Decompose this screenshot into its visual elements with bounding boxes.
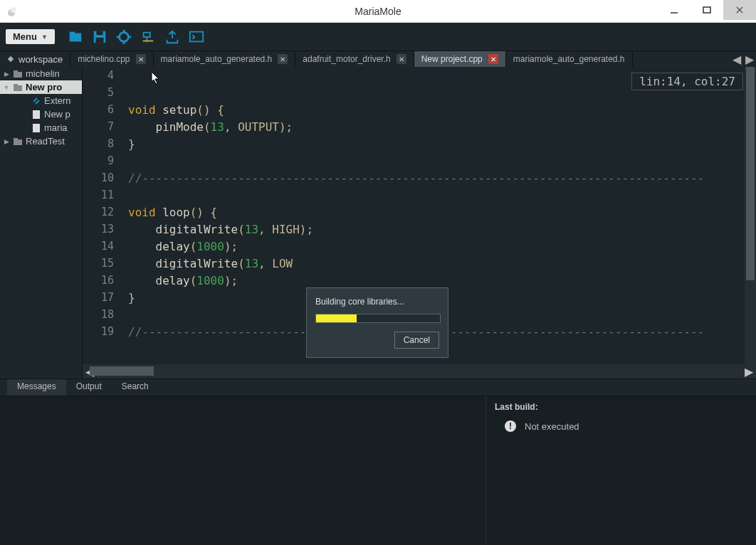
tree-item[interactable]: maria xyxy=(0,121,82,134)
chevron-right-icon: ▶ xyxy=(3,70,10,78)
menu-button[interactable]: Menu ▼ xyxy=(6,29,55,44)
svg-rect-27 xyxy=(14,138,18,140)
code-line[interactable]: digitalWrite(13, HIGH); xyxy=(128,221,756,238)
file-tab[interactable]: mariamole_auto_generated.h xyxy=(506,51,633,67)
file-tab[interactable]: michelino.cpp✕ xyxy=(70,51,153,67)
build-status-panel: Last build: ! Not executed xyxy=(485,396,756,545)
line-number: 13 xyxy=(83,221,120,238)
svg-rect-26 xyxy=(14,139,22,145)
close-tab-icon[interactable]: ✕ xyxy=(278,54,288,64)
svg-rect-22 xyxy=(14,85,22,91)
bottom-tab-search[interactable]: Search xyxy=(112,379,159,396)
tree-item-label: New pro xyxy=(26,82,62,92)
tree-item[interactable]: ▶michelin xyxy=(0,67,82,80)
file-tab-label: adafruit_motor_driver.h xyxy=(303,54,390,64)
svg-rect-9 xyxy=(96,31,103,35)
tree-item-label: maria xyxy=(44,122,68,133)
build-icon[interactable] xyxy=(140,29,156,45)
code-line[interactable]: void loop() { xyxy=(128,203,756,221)
chevron-right-icon: ▶ xyxy=(3,138,10,145)
cancel-button[interactable]: Cancel xyxy=(394,332,439,349)
file-tab-label: mariamole_auto_generated.h xyxy=(513,54,625,64)
close-button[interactable] xyxy=(723,0,756,20)
svg-rect-7 xyxy=(70,31,75,34)
code-line[interactable]: delay(1000); xyxy=(128,238,756,255)
svg-rect-20 xyxy=(14,72,22,78)
messages-panel xyxy=(0,396,485,545)
menu-label: Menu xyxy=(13,31,37,42)
code-line[interactable]: } xyxy=(128,135,756,152)
line-number: 9 xyxy=(83,152,120,169)
code-line[interactable]: void setup() { xyxy=(128,101,756,118)
dialog-message: Building core libraries... xyxy=(315,297,439,307)
folder-icon xyxy=(13,83,23,92)
vertical-scrollbar[interactable] xyxy=(745,67,756,364)
file-tab-label: mariamole_auto_generated.h xyxy=(161,54,273,64)
svg-rect-25 xyxy=(33,124,40,132)
minimize-button[interactable] xyxy=(658,0,691,20)
line-number: 11 xyxy=(83,186,120,203)
diamond-icon xyxy=(7,55,14,63)
workspace-tab[interactable]: workspace xyxy=(0,51,70,67)
tree-item-label: michelin xyxy=(26,68,60,79)
code-line[interactable]: pinMode(13, OUTPUT); xyxy=(128,118,756,135)
close-tab-icon[interactable]: ✕ xyxy=(136,54,146,64)
svg-rect-10 xyxy=(95,37,103,42)
terminal-icon[interactable] xyxy=(189,29,204,45)
line-number: 10 xyxy=(83,169,120,186)
svg-point-12 xyxy=(122,35,126,39)
maximize-button[interactable] xyxy=(691,0,723,20)
workspace-label: workspace xyxy=(19,54,63,65)
code-line[interactable]: digitalWrite(13, LOW xyxy=(128,255,756,272)
line-number: 12 xyxy=(83,203,120,221)
code-line[interactable]: delay(1000); xyxy=(128,272,756,289)
folder-icon xyxy=(13,69,23,79)
svg-rect-18 xyxy=(190,31,203,41)
line-number: 6 xyxy=(83,101,120,118)
chevron-down-icon: ▼ xyxy=(3,84,10,91)
file-tab-label: michelino.cpp xyxy=(78,54,130,64)
mouse-cursor xyxy=(151,71,161,85)
code-line[interactable] xyxy=(128,84,756,101)
tree-item[interactable]: ▶ReadTest xyxy=(0,134,82,148)
tree-item[interactable]: ▼New pro xyxy=(0,80,82,94)
horizontal-scrollbar[interactable]: ◀ ▶ xyxy=(83,364,756,379)
line-number: 19 xyxy=(83,323,120,340)
line-number: 5 xyxy=(83,84,120,101)
tab-row: workspace michelino.cpp✕mariamole_auto_g… xyxy=(0,51,756,67)
tabs-scroll-left[interactable]: ◀ xyxy=(730,53,743,66)
chevron-down-icon: ▼ xyxy=(41,33,48,41)
code-line[interactable] xyxy=(128,186,756,203)
upload-icon[interactable] xyxy=(164,29,180,45)
tabs-scroll-right[interactable]: ▶ xyxy=(743,53,756,66)
tree-item[interactable]: New p xyxy=(0,107,82,121)
svg-rect-24 xyxy=(33,110,40,119)
close-tab-icon[interactable]: ✕ xyxy=(397,54,406,64)
gear-icon[interactable] xyxy=(116,29,132,45)
file-tab[interactable]: New project.cpp✕ xyxy=(414,51,506,67)
code-line[interactable]: //--------------------------------------… xyxy=(128,169,756,186)
file-tab[interactable]: adafruit_motor_driver.h✕ xyxy=(295,51,414,67)
tree-item[interactable]: Extern xyxy=(0,94,82,107)
save-icon[interactable] xyxy=(92,29,107,45)
last-build-status: Not executed xyxy=(525,421,579,432)
code-line[interactable] xyxy=(128,152,756,169)
close-tab-icon[interactable]: ✕ xyxy=(488,54,498,64)
folder-icon xyxy=(13,137,23,147)
window-title: MariaMole xyxy=(355,6,401,17)
titlebar: MariaMole xyxy=(0,0,756,23)
build-progress-dialog: Building core libraries... Cancel xyxy=(306,287,448,358)
scroll-right-icon[interactable]: ▶ xyxy=(742,364,756,379)
code-line[interactable] xyxy=(128,67,756,84)
bottom-tabs: MessagesOutputSearch xyxy=(0,379,756,396)
sidebar: ▶michelin▼New pro Extern New p maria▶Rea… xyxy=(0,67,83,379)
folder-icon[interactable] xyxy=(68,29,83,45)
file-icon xyxy=(31,123,41,133)
line-number: 18 xyxy=(83,306,120,323)
file-tab[interactable]: mariamole_auto_generated.h✕ xyxy=(154,51,296,67)
bottom-tab-output[interactable]: Output xyxy=(66,379,112,396)
file-tab-label: New project.cpp xyxy=(421,54,483,64)
bottom-tab-messages[interactable]: Messages xyxy=(7,379,66,396)
toolbar: Menu ▼ xyxy=(0,23,756,51)
progress-bar xyxy=(315,314,441,323)
